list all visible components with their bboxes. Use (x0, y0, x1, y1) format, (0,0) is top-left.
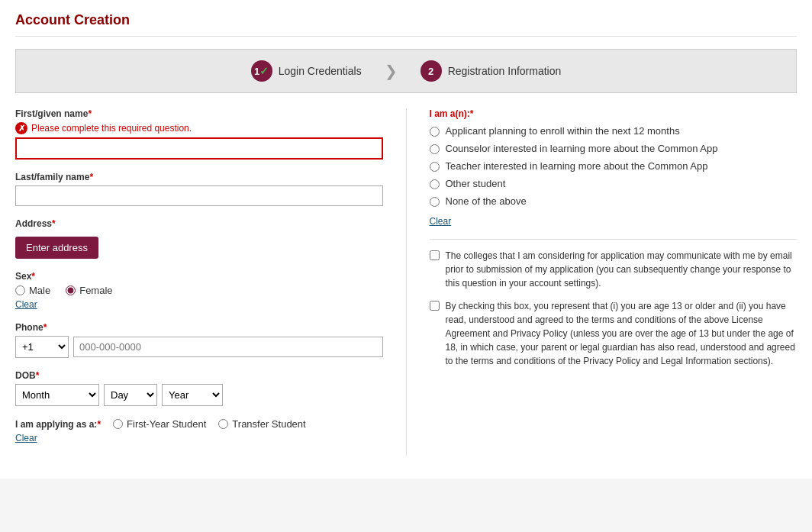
dob-year-select[interactable]: Year (162, 384, 223, 406)
sex-clear-link[interactable]: Clear (15, 299, 37, 310)
error-text: Please complete this required question. (31, 123, 192, 134)
first-name-label: First/given name* (15, 108, 383, 119)
stepper: 1 ✓ Login Credentials ❯ 2 Registration I… (15, 49, 797, 93)
applying-transfer-radio[interactable] (218, 419, 228, 429)
divider (430, 239, 798, 240)
checkbox1-group: The colleges that I am considering for a… (430, 249, 798, 290)
last-name-label: Last/family name* (15, 172, 383, 182)
step-2-label: Registration Information (448, 65, 562, 77)
applying-first-year-radio[interactable] (113, 419, 123, 429)
phone-row: +1 (15, 336, 383, 358)
iam-clear-link[interactable]: Clear (430, 216, 452, 227)
dob-group: DOB* Month January February March April … (15, 370, 383, 406)
iam-label-3: Teacher interested in learning more abou… (446, 160, 708, 172)
step-2: 2 Registration Information (420, 60, 562, 82)
applying-transfer-option[interactable]: Transfer Student (218, 418, 305, 430)
checkbox1[interactable] (430, 250, 440, 260)
applying-first-year-option[interactable]: First-Year Student (113, 418, 206, 430)
iam-option-3[interactable]: Teacher interested in learning more abou… (430, 160, 798, 172)
form-area: First/given name* ✗ Please complete this… (15, 108, 797, 456)
step-1-number: 1 (254, 66, 259, 77)
sex-female-label: Female (79, 285, 112, 296)
step-1: 1 ✓ Login Credentials (251, 60, 362, 82)
error-icon: ✗ (15, 122, 27, 134)
sex-label: Sex* (15, 271, 383, 282)
iam-radio-3[interactable] (430, 162, 440, 172)
applying-as-label: I am applying as a:* (15, 419, 101, 430)
phone-input[interactable] (73, 337, 383, 357)
phone-label: Phone* (15, 322, 383, 333)
checkbox1-text: The colleges that I am considering for a… (446, 249, 798, 290)
iam-radio-5[interactable] (430, 197, 440, 207)
sex-group: Sex* Male Female Clear (15, 271, 383, 310)
dob-label: DOB* (15, 370, 383, 381)
dob-row: Month January February March April May J… (15, 384, 383, 406)
applying-as-group: I am applying as a:* First-Year Student … (15, 418, 383, 443)
iam-label-5: None of the above (446, 195, 527, 207)
country-code-select[interactable]: +1 (15, 336, 69, 358)
step-1-label: Login Credentials (279, 65, 362, 77)
sex-male-radio[interactable] (15, 285, 25, 295)
sex-radio-group: Male Female (15, 285, 383, 296)
step-1-circle: 1 ✓ (251, 60, 272, 82)
step-2-number: 2 (428, 66, 433, 77)
applying-transfer-label: Transfer Student (232, 418, 305, 430)
iam-option-4[interactable]: Other student (430, 178, 798, 189)
checkbox2-text: By checking this box, you represent that… (446, 299, 798, 368)
checkbox2-group: By checking this box, you represent that… (430, 299, 798, 368)
form-left: First/given name* ✗ Please complete this… (15, 108, 383, 456)
sex-male-option[interactable]: Male (15, 285, 50, 296)
iam-radio-2[interactable] (430, 144, 440, 154)
dob-day-select[interactable]: Day (104, 384, 157, 406)
step-2-circle: 2 (420, 60, 442, 82)
last-name-group: Last/family name* (15, 172, 383, 206)
iam-radio-4[interactable] (430, 179, 440, 189)
checkbox2[interactable] (430, 301, 440, 311)
form-right: I am a(n):* Applicant planning to enroll… (406, 108, 798, 456)
iam-option-5[interactable]: None of the above (430, 195, 798, 207)
applying-as-row: I am applying as a:* First-Year Student … (15, 418, 383, 430)
step-1-check-icon: ✓ (259, 65, 269, 77)
dob-month-select[interactable]: Month January February March April May J… (15, 384, 99, 406)
sex-male-label: Male (29, 285, 50, 296)
iam-label-4: Other student (446, 178, 506, 189)
enter-address-button[interactable]: Enter address (15, 237, 98, 259)
page-title: Account Creation (15, 12, 797, 37)
first-name-group: First/given name* ✗ Please complete this… (15, 108, 383, 160)
address-group: Address* Enter address (15, 218, 383, 259)
iam-label-1: Applicant planning to enroll within the … (446, 125, 680, 137)
first-name-error: ✗ Please complete this required question… (15, 122, 383, 134)
iam-radio-1[interactable] (430, 127, 440, 137)
iam-label: I am a(n):* (430, 108, 798, 119)
address-label: Address* (15, 218, 383, 229)
sex-female-option[interactable]: Female (66, 285, 112, 296)
first-name-input[interactable] (15, 137, 383, 160)
sex-female-radio[interactable] (66, 285, 76, 295)
iam-option-2[interactable]: Counselor interested in learning more ab… (430, 143, 798, 154)
stepper-arrow: ❯ (385, 62, 398, 80)
iam-option-1[interactable]: Applicant planning to enroll within the … (430, 125, 798, 137)
applying-first-year-label: First-Year Student (127, 418, 206, 430)
applying-clear-link[interactable]: Clear (15, 433, 37, 443)
iam-label-2: Counselor interested in learning more ab… (446, 143, 718, 154)
phone-group: Phone* +1 (15, 322, 383, 358)
iam-group: I am a(n):* Applicant planning to enroll… (430, 108, 798, 227)
last-name-input[interactable] (15, 185, 383, 206)
